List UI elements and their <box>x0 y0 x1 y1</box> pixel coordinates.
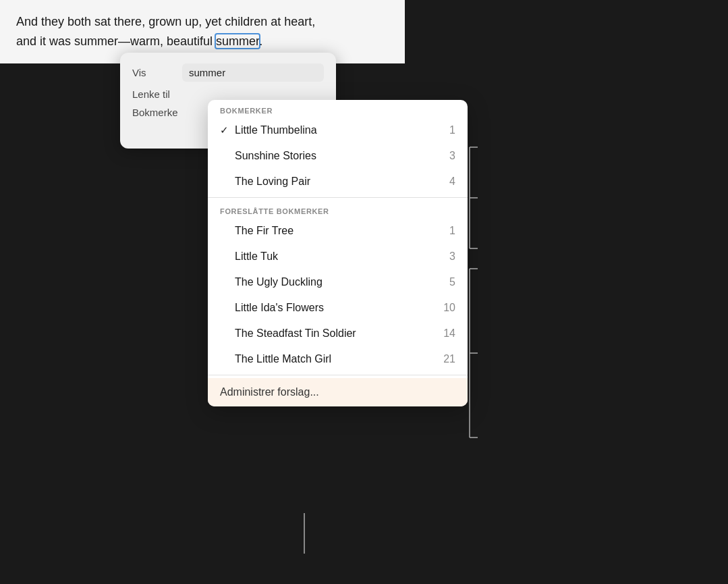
suggested-title: The Ugly Duckling <box>235 276 449 288</box>
bg-text-line1: And they both sat there, grown up, yet c… <box>16 15 315 28</box>
separator-2 <box>208 375 468 375</box>
separator-1 <box>208 197 468 198</box>
bookmark-title: Sunshine Stories <box>235 150 449 162</box>
section-suggested-header: FORESLÅTTE BOKMERKER <box>208 201 468 218</box>
suggested-title: Little Tuk <box>235 250 449 263</box>
connector-line <box>304 513 305 554</box>
suggested-item-little-tuk[interactable]: Little Tuk 3 <box>208 244 468 269</box>
bg-text-end: . <box>259 34 262 48</box>
suggested-item-match-girl[interactable]: The Little Match Girl 21 <box>208 346 468 372</box>
vis-label: Vis <box>132 67 182 78</box>
suggested-number: 14 <box>443 327 455 340</box>
suggested-item-ida-flowers[interactable]: Little Ida's Flowers 10 <box>208 295 468 321</box>
bookmark-item-loving-pair[interactable]: The Loving Pair 4 <box>208 169 468 194</box>
search-input[interactable] <box>182 63 324 82</box>
suggested-number: 10 <box>443 302 455 314</box>
suggested-title: Little Ida's Flowers <box>235 302 443 314</box>
suggested-item-tin-soldier[interactable]: The Steadfast Tin Soldier 14 <box>208 321 468 346</box>
bookmark-number: 3 <box>449 150 455 162</box>
suggested-title: The Steadfast Tin Soldier <box>235 327 443 340</box>
section-bookmarks-header: BOKMERKER <box>208 100 468 117</box>
bookmark-item-thumbelina[interactable]: ✓ Little Thumbelina 1 <box>208 117 468 143</box>
suggested-item-fir-tree[interactable]: The Fir Tree 1 <box>208 218 468 244</box>
suggested-title: The Fir Tree <box>235 225 449 237</box>
bookmark-title: The Loving Pair <box>235 176 449 188</box>
suggested-title: The Little Match Girl <box>235 353 443 365</box>
lenke-row: Lenke til <box>132 88 324 100</box>
suggested-item-ugly-duckling[interactable]: The Ugly Duckling 5 <box>208 269 468 295</box>
bracket-suggested <box>468 262 483 444</box>
bookmark-number: 4 <box>449 176 455 188</box>
bookmark-dropdown: BOKMERKER ✓ Little Thumbelina 1 Sunshine… <box>208 100 468 406</box>
manage-suggestions-button[interactable]: Administrer forslag... <box>208 378 468 406</box>
suggested-number: 5 <box>449 276 455 288</box>
bookmark-title: Little Thumbelina <box>235 124 449 136</box>
suggested-number: 21 <box>443 353 455 365</box>
suggested-number: 1 <box>449 225 455 237</box>
highlighted-word[interactable]: summer <box>216 34 259 48</box>
vis-row: Vis <box>132 63 324 82</box>
bookmark-number: 1 <box>449 124 455 136</box>
bg-text-line2: and it was summer—warm, beautiful <box>16 34 216 48</box>
bookmark-item-sunshine[interactable]: Sunshine Stories 3 <box>208 143 468 169</box>
checkmark-icon: ✓ <box>220 124 235 136</box>
bracket-bookmarks <box>468 140 483 255</box>
suggested-number: 3 <box>449 250 455 263</box>
